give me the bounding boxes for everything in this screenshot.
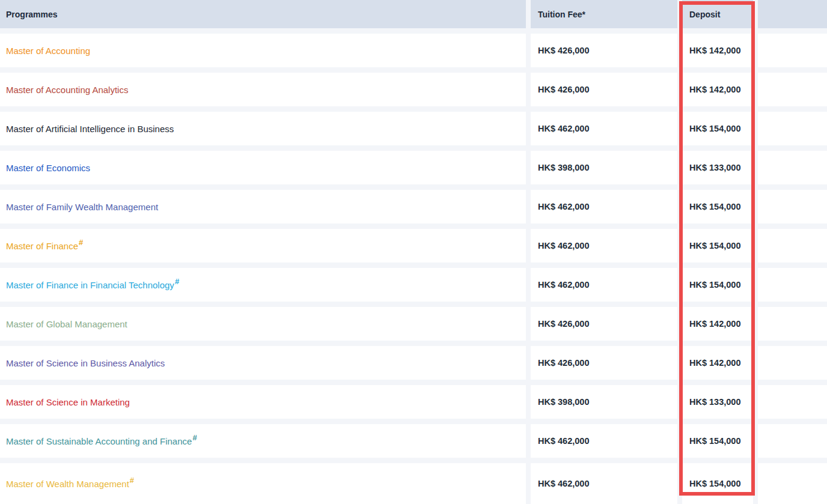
programme-cell: Master of Accounting Analytics bbox=[0, 73, 526, 106]
deposit-cell: HK$ 142,000 bbox=[682, 346, 753, 380]
tuition-fee-value: HK$ 462,000 bbox=[538, 124, 589, 133]
tuition-fee-cell: HK$ 462,000 bbox=[531, 229, 677, 263]
programme-cell: Master of Artificial Intelligence in Bus… bbox=[0, 112, 526, 145]
programme-name: Master of Accounting bbox=[6, 46, 90, 56]
deposit-cell: HK$ 133,000 bbox=[682, 385, 753, 419]
programme-link[interactable]: Master of Science in Business Analytics bbox=[6, 359, 165, 368]
column-header-deposit: Deposit bbox=[682, 0, 753, 28]
programme-fees-table: Programmes Tuition Fee* Deposit Master o… bbox=[0, 0, 827, 504]
row-spacer-cell bbox=[758, 268, 827, 302]
column-header-tuition-fee: Tuition Fee* bbox=[531, 0, 677, 28]
column-header-programmes: Programmes bbox=[0, 0, 526, 28]
programme-link[interactable]: Master of Finance in Financial Technolog… bbox=[6, 281, 179, 290]
tuition-fee-cell: HK$ 426,000 bbox=[531, 73, 677, 106]
tuition-fee-value: HK$ 426,000 bbox=[538, 358, 589, 368]
row-spacer-cell bbox=[758, 463, 827, 504]
programme-link[interactable]: Master of Accounting Analytics bbox=[6, 85, 128, 94]
tuition-fee-cell: HK$ 426,000 bbox=[531, 307, 677, 341]
tuition-fee-cell: HK$ 462,000 bbox=[531, 190, 677, 223]
programme-superscript-hash: # bbox=[79, 238, 83, 247]
column-header-programmes-label: Programmes bbox=[6, 10, 58, 19]
deposit-value: HK$ 142,000 bbox=[689, 85, 740, 94]
programme-link[interactable]: Master of Finance# bbox=[6, 241, 83, 250]
programme-link[interactable]: Master of Science in Marketing bbox=[6, 398, 130, 407]
programme-name: Master of Family Wealth Management bbox=[6, 202, 158, 212]
programme-name: Master of Science in Business Analytics bbox=[6, 358, 165, 368]
deposit-value: HK$ 133,000 bbox=[689, 163, 740, 172]
row-spacer-cell bbox=[758, 385, 827, 419]
deposit-value: HK$ 142,000 bbox=[689, 358, 740, 368]
programme-cell: Master of Family Wealth Management bbox=[0, 190, 526, 223]
row-spacer-cell bbox=[758, 112, 827, 145]
programme-link[interactable]: Master of Family Wealth Management bbox=[6, 202, 158, 211]
programme-name: Master of Wealth Management bbox=[6, 479, 129, 489]
deposit-cell: HK$ 154,000 bbox=[682, 229, 753, 263]
row-spacer-cell bbox=[758, 307, 827, 341]
programme-name: Master of Finance in Financial Technolog… bbox=[6, 280, 174, 290]
row-spacer-cell bbox=[758, 190, 827, 223]
programme-cell: Master of Global Management bbox=[0, 307, 526, 341]
tuition-fee-cell: HK$ 426,000 bbox=[531, 34, 677, 67]
programme-superscript-hash: # bbox=[130, 476, 134, 485]
row-spacer-cell bbox=[758, 73, 827, 106]
tuition-fee-cell: HK$ 462,000 bbox=[531, 463, 677, 504]
deposit-cell: HK$ 133,000 bbox=[682, 151, 753, 184]
tuition-fee-value: HK$ 462,000 bbox=[538, 241, 589, 250]
row-spacer-cell bbox=[758, 151, 827, 184]
deposit-value: HK$ 142,000 bbox=[689, 46, 740, 55]
tuition-fee-cell: HK$ 462,000 bbox=[531, 268, 677, 302]
column-header-tuition-fee-label: Tuition Fee* bbox=[538, 10, 585, 19]
tuition-fee-value: HK$ 462,000 bbox=[538, 479, 589, 488]
programme-name: Master of Sustainable Accounting and Fin… bbox=[6, 436, 192, 446]
tuition-fee-value: HK$ 426,000 bbox=[538, 46, 589, 55]
programme-link[interactable]: Master of Economics bbox=[6, 163, 90, 172]
deposit-cell: HK$ 142,000 bbox=[682, 73, 753, 106]
tuition-fee-value: HK$ 426,000 bbox=[538, 85, 589, 94]
deposit-value: HK$ 154,000 bbox=[689, 202, 740, 211]
tuition-fee-cell: HK$ 398,000 bbox=[531, 385, 677, 419]
programme-name: Master of Finance bbox=[6, 241, 78, 251]
deposit-value: HK$ 154,000 bbox=[689, 479, 740, 488]
programme-fees-page: Programmes Tuition Fee* Deposit Master o… bbox=[0, 0, 827, 504]
programme-link[interactable]: Master of Sustainable Accounting and Fin… bbox=[6, 437, 197, 446]
deposit-cell: HK$ 142,000 bbox=[682, 307, 753, 341]
programme-superscript-hash: # bbox=[192, 433, 197, 442]
deposit-value: HK$ 133,000 bbox=[689, 397, 740, 407]
programme-superscript-hash: # bbox=[175, 277, 179, 286]
deposit-cell: HK$ 154,000 bbox=[682, 112, 753, 145]
tuition-fee-cell: HK$ 398,000 bbox=[531, 151, 677, 184]
deposit-cell: HK$ 154,000 bbox=[682, 268, 753, 302]
programme-name: Master of Science in Marketing bbox=[6, 397, 130, 407]
tuition-fee-value: HK$ 462,000 bbox=[538, 436, 589, 446]
programme-link[interactable]: Master of Global Management bbox=[6, 320, 127, 329]
deposit-cell: HK$ 142,000 bbox=[682, 34, 753, 67]
programme-link[interactable]: Master of Accounting bbox=[6, 46, 90, 55]
programme-name: Master of Accounting Analytics bbox=[6, 85, 128, 95]
programme-link[interactable]: Master of Wealth Management# bbox=[6, 479, 134, 488]
deposit-value: HK$ 154,000 bbox=[689, 436, 740, 446]
deposit-value: HK$ 154,000 bbox=[689, 241, 740, 250]
programme-link[interactable]: Master of Artificial Intelligence in Bus… bbox=[6, 124, 174, 133]
row-spacer-cell bbox=[758, 229, 827, 263]
programme-cell: Master of Economics bbox=[0, 151, 526, 184]
deposit-cell: HK$ 154,000 bbox=[682, 463, 753, 504]
programme-name: Master of Global Management bbox=[6, 319, 127, 329]
deposit-value: HK$ 154,000 bbox=[689, 280, 740, 290]
programme-cell: Master of Wealth Management# bbox=[0, 463, 526, 504]
programme-name: Master of Economics bbox=[6, 163, 90, 173]
column-header-spacer bbox=[758, 0, 827, 28]
row-spacer-cell bbox=[758, 346, 827, 380]
tuition-fee-cell: HK$ 462,000 bbox=[531, 112, 677, 145]
tuition-fee-value: HK$ 398,000 bbox=[538, 397, 589, 407]
row-spacer-cell bbox=[758, 424, 827, 458]
tuition-fee-value: HK$ 426,000 bbox=[538, 319, 589, 329]
programme-cell: Master of Accounting bbox=[0, 34, 526, 67]
tuition-fee-value: HK$ 462,000 bbox=[538, 280, 589, 290]
tuition-fee-cell: HK$ 426,000 bbox=[531, 346, 677, 380]
tuition-fee-cell: HK$ 462,000 bbox=[531, 424, 677, 458]
programme-cell: Master of Finance# bbox=[0, 229, 526, 263]
programme-cell: Master of Finance in Financial Technolog… bbox=[0, 268, 526, 302]
tuition-fee-value: HK$ 462,000 bbox=[538, 202, 589, 211]
row-spacer-cell bbox=[758, 34, 827, 67]
deposit-cell: HK$ 154,000 bbox=[682, 424, 753, 458]
